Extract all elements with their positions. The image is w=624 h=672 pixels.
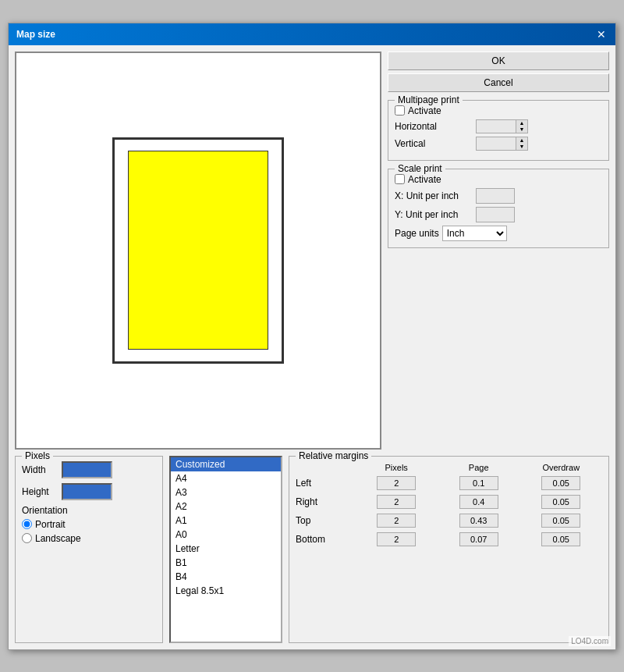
cancel-button[interactable]: Cancel [388, 73, 609, 92]
paper-list-group: CustomizedA4A3A2A1A0LetterB1B4Legal 8.5x… [169, 456, 282, 643]
margin-page-cell [438, 511, 520, 530]
margin-row-label: Bottom [296, 530, 355, 549]
width-row: Width 800 [22, 461, 156, 478]
list-item[interactable]: A3 [171, 485, 281, 500]
horizontal-label: Horizontal [395, 121, 473, 132]
width-label: Width [22, 464, 57, 475]
margins-col-overdraw: Overdraw [519, 461, 602, 474]
map-size-dialog: Map size ✕ OK Cancel Multipage print [8, 23, 616, 650]
vertical-spinner: 2 ▲ ▼ [476, 137, 528, 151]
margin-overdraw-input[interactable] [541, 532, 580, 546]
orientation-label: Orientation [22, 505, 156, 516]
landscape-radio[interactable] [22, 533, 32, 543]
list-item[interactable]: B4 [171, 570, 281, 584]
margins-table: Pixels Page Overdraw Left Right Top [296, 461, 602, 549]
margins-col-pixels: Pixels [355, 461, 438, 474]
margin-row: Left [296, 474, 602, 492]
list-item[interactable]: A1 [171, 514, 281, 528]
height-row: Height 800 [22, 483, 156, 500]
horizontal-spinner: 2 ▲ ▼ [476, 119, 528, 133]
list-item[interactable]: B1 [171, 556, 281, 570]
margin-page-cell [438, 530, 520, 549]
width-input[interactable]: 800 [62, 461, 112, 478]
scale-activate-row: Activate [395, 174, 602, 185]
margin-overdraw-cell [519, 492, 602, 511]
margin-pixels-cell [355, 511, 438, 530]
list-item[interactable]: Legal 8.5x1 [171, 584, 281, 598]
preview-area [15, 52, 381, 450]
list-item[interactable]: A0 [171, 528, 281, 542]
margin-page-input[interactable] [459, 476, 498, 490]
horizontal-row: Horizontal 2 ▲ ▼ [395, 119, 602, 133]
vertical-input[interactable]: 2 [477, 137, 516, 150]
pixels-group: Pixels Width 800 Height 800 Orientation … [15, 456, 163, 643]
margin-row-label: Left [296, 474, 355, 492]
horizontal-spin-down[interactable]: ▼ [516, 126, 527, 133]
page-inner-yellow [128, 151, 268, 350]
multipage-group: Multipage print Activate Horizontal 2 ▲ … [388, 100, 609, 161]
height-label: Height [22, 486, 57, 497]
margin-row: Right [296, 492, 602, 511]
page-units-select[interactable]: Inch Centimeter Meter [442, 226, 507, 241]
margin-overdraw-input[interactable] [541, 476, 580, 490]
multipage-activate-checkbox[interactable] [395, 105, 405, 116]
ok-button[interactable]: OK [388, 52, 609, 70]
scale-print-group-label: Scale print [395, 163, 445, 174]
y-unit-label: Y: Unit per inch [395, 209, 473, 220]
x-unit-label: X: Unit per inch [395, 190, 473, 201]
portrait-radio[interactable] [22, 519, 32, 529]
margin-page-input[interactable] [459, 532, 498, 546]
list-item[interactable]: A2 [171, 500, 281, 514]
list-item[interactable]: A4 [171, 471, 281, 485]
landscape-label: Landscape [35, 533, 81, 544]
vertical-row: Vertical 2 ▲ ▼ [395, 137, 602, 151]
margin-pixels-input[interactable] [377, 532, 416, 546]
scale-print-group: Scale print Activate X: Unit per inch 1 … [388, 169, 609, 248]
y-unit-input[interactable]: 1 [476, 207, 515, 222]
horizontal-input[interactable]: 2 [477, 120, 516, 133]
x-unit-input[interactable]: 1 [476, 188, 515, 204]
page-units-row: Page units Inch Centimeter Meter [395, 226, 602, 241]
list-item[interactable]: Customized [171, 457, 281, 471]
watermark: LO4D.com [569, 636, 611, 646]
dialog-body: OK Cancel Multipage print Activate Horiz… [9, 45, 615, 456]
bottom-section: Pixels Width 800 Height 800 Orientation … [9, 456, 615, 649]
paper-listbox[interactable]: CustomizedA4A3A2A1A0LetterB1B4Legal 8.5x… [169, 456, 282, 643]
scale-activate-label: Activate [408, 174, 441, 185]
vertical-spin-down[interactable]: ▼ [516, 144, 527, 150]
map-preview-box [15, 52, 381, 450]
margin-overdraw-cell [519, 511, 602, 530]
scale-activate-checkbox[interactable] [395, 174, 405, 184]
margins-group-label: Relative margins [296, 450, 371, 461]
margin-pixels-input[interactable] [377, 495, 416, 509]
margin-page-input[interactable] [459, 514, 498, 528]
margin-overdraw-input[interactable] [541, 495, 580, 509]
margin-pixels-cell [355, 492, 438, 511]
margins-group: Relative margins Pixels Page Overdraw Le… [289, 456, 609, 643]
margin-overdraw-input[interactable] [541, 514, 580, 528]
vertical-spin-up[interactable]: ▲ [516, 137, 527, 144]
dialog-title: Map size [16, 29, 55, 40]
height-input[interactable]: 800 [62, 483, 112, 500]
multipage-activate-row: Activate [395, 105, 602, 116]
action-buttons: OK Cancel [388, 52, 609, 92]
margin-page-input[interactable] [459, 495, 498, 509]
portrait-label: Portrait [35, 519, 66, 530]
margin-overdraw-cell [519, 530, 602, 549]
vertical-label: Vertical [395, 138, 473, 149]
y-unit-row: Y: Unit per inch 1 [395, 207, 602, 222]
margin-row-label: Top [296, 511, 355, 530]
list-item[interactable]: Letter [171, 542, 281, 556]
margin-pixels-input[interactable] [377, 476, 416, 490]
close-button[interactable]: ✕ [595, 28, 608, 41]
margin-pixels-input[interactable] [377, 514, 416, 528]
margin-row: Bottom [296, 530, 602, 549]
margins-col-empty [296, 461, 355, 474]
page-preview [112, 137, 284, 364]
horizontal-spin-up[interactable]: ▲ [516, 120, 527, 126]
page-units-label: Page units [395, 228, 439, 239]
title-bar: Map size ✕ [9, 23, 615, 45]
margin-row: Top [296, 511, 602, 530]
horizontal-spin-buttons: ▲ ▼ [516, 120, 527, 133]
margin-pixels-cell [355, 530, 438, 549]
